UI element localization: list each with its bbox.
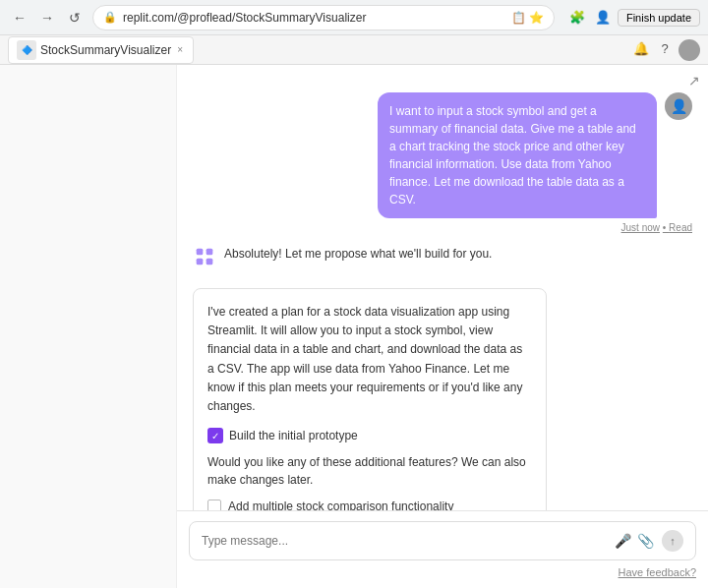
- main-content: ↗ I want to input a stock symbol and get…: [0, 65, 708, 588]
- plan-card: I've created a plan for a stock data vis…: [193, 288, 547, 510]
- feature-label: Build the initial prototype: [229, 429, 358, 442]
- extensions-icon[interactable]: 🧩: [566, 7, 588, 28]
- finish-update-button[interactable]: Finish update: [618, 9, 700, 27]
- browser-bar: ← → ↺ 🔒 replit.com/@proflead/StockSummar…: [0, 0, 708, 35]
- user-message-group: I want to input a stock symbol and get a…: [193, 92, 692, 233]
- extension-icons: 📋 ⭐: [511, 11, 544, 25]
- user-bubble: I want to input a stock symbol and get a…: [378, 92, 657, 218]
- svg-rect-0: [197, 249, 204, 256]
- attachment-icon[interactable]: 📎: [637, 533, 654, 549]
- bell-icon[interactable]: 🔔: [631, 39, 651, 59]
- chat-area: ↗ I want to input a stock symbol and get…: [177, 65, 708, 588]
- tab-bar-actions: 🔔 ?: [631, 39, 700, 61]
- checkbox-item-0: Add multiple stock comparison functional…: [207, 499, 532, 510]
- address-bar[interactable]: 🔒 replit.com/@proflead/StockSummaryVisua…: [92, 5, 555, 30]
- svg-rect-1: [206, 249, 213, 256]
- plan-description: I've created a plan for a stock data vis…: [207, 303, 532, 416]
- checkbox-label-0: Add multiple stock comparison functional…: [228, 499, 453, 510]
- user-avatar: 👤: [665, 92, 692, 120]
- ai-intro-text: Absolutely! Let me propose what we'll bu…: [224, 245, 492, 263]
- send-button[interactable]: ↑: [662, 530, 683, 552]
- message-input[interactable]: [202, 534, 607, 548]
- expand-icon[interactable]: ↗: [688, 73, 700, 88]
- active-tab[interactable]: 🔷 StockSummaryVisualizer ×: [8, 36, 194, 64]
- url-text: replit.com/@proflead/StockSummaryVisuali…: [123, 11, 505, 25]
- message-meta: Just now • Read: [621, 222, 692, 233]
- message-time: Just now: [621, 222, 660, 233]
- chat-messages: I want to input a stock symbol and get a…: [177, 65, 708, 510]
- send-icon: ↑: [670, 535, 676, 547]
- tab-title: StockSummaryVisualizer: [40, 43, 171, 57]
- checked-feature: ✓ Build the initial prototype: [207, 428, 532, 443]
- chat-input-area: 🎤 📎 ↑ Have feedback?: [177, 510, 708, 588]
- browser-controls: ← → ↺: [8, 6, 87, 29]
- svg-rect-3: [206, 259, 213, 265]
- input-box: 🎤 📎 ↑: [189, 521, 696, 560]
- user-avatar-tab[interactable]: [678, 39, 700, 61]
- input-actions: 🎤 📎: [615, 533, 654, 549]
- user-message: I want to input a stock symbol and get a…: [378, 92, 692, 218]
- back-button[interactable]: ←: [8, 6, 31, 29]
- help-icon[interactable]: ?: [655, 39, 675, 59]
- tab-close-button[interactable]: ×: [175, 42, 185, 57]
- ai-intro-message: Absolutely! Let me propose what we'll bu…: [193, 245, 492, 268]
- read-label[interactable]: Read: [669, 222, 692, 233]
- tab-bar: 🔷 StockSummaryVisualizer × 🔔 ?: [0, 35, 708, 65]
- feedback-link[interactable]: Have feedback?: [619, 566, 697, 578]
- checkbox-0[interactable]: [207, 500, 221, 510]
- input-footer: Have feedback?: [189, 566, 696, 578]
- lock-icon: 🔒: [103, 11, 117, 24]
- checked-icon: ✓: [207, 428, 223, 443]
- left-sidebar: [0, 65, 177, 588]
- optional-question: Would you like any of these additional f…: [207, 453, 532, 489]
- refresh-button[interactable]: ↺: [63, 6, 87, 29]
- browser-actions: 🧩 👤 Finish update: [566, 7, 700, 28]
- profile-icon[interactable]: 👤: [592, 7, 614, 28]
- svg-rect-2: [197, 259, 204, 265]
- ai-agent-icon: [193, 245, 216, 268]
- tab-favicon: 🔷: [17, 40, 36, 60]
- forward-button[interactable]: →: [35, 6, 59, 29]
- microphone-icon[interactable]: 🎤: [615, 533, 631, 549]
